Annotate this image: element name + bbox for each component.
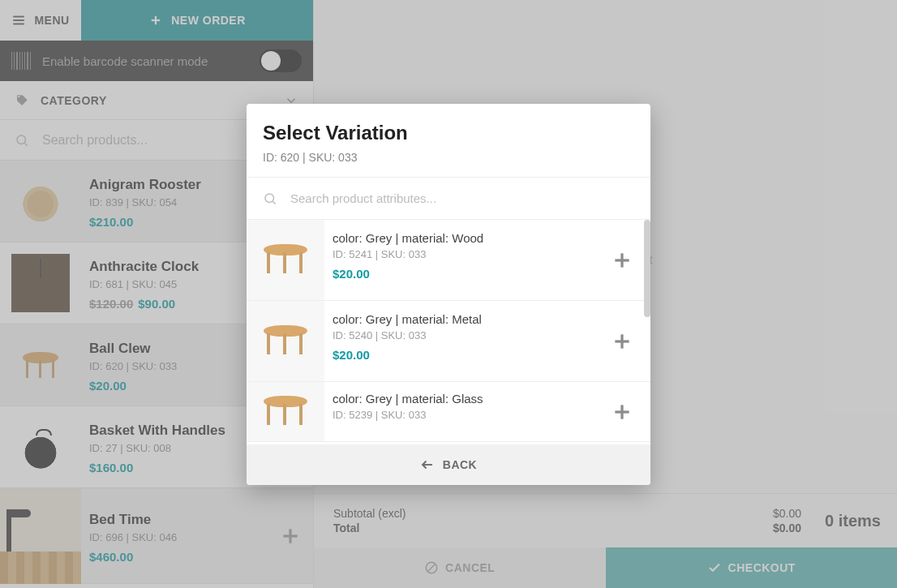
variation-info: color: Grey | material: Metal ID: 5240 |… <box>324 301 594 381</box>
search-icon <box>263 191 277 206</box>
variation-meta: ID: 5239 | SKU: 033 <box>333 409 586 421</box>
svg-point-11 <box>265 194 274 203</box>
add-variation-button[interactable] <box>594 220 650 300</box>
modal-back-button[interactable]: BACK <box>247 444 650 485</box>
add-variation-button[interactable] <box>594 382 650 441</box>
modal-search-row <box>247 178 650 220</box>
variation-thumb <box>247 382 324 441</box>
back-label: BACK <box>443 458 477 471</box>
variation-row[interactable]: color: Grey | material: Glass ID: 5239 |… <box>247 382 650 442</box>
variation-modal: Select Variation ID: 620 | SKU: 033 colo… <box>247 104 650 485</box>
variation-thumb <box>247 301 324 381</box>
variation-info: color: Grey | material: Wood ID: 5241 | … <box>324 220 594 300</box>
modal-subtitle: ID: 620 | SKU: 033 <box>263 151 634 164</box>
arrow-left-icon <box>420 457 435 472</box>
svg-line-12 <box>273 201 275 204</box>
variation-info: color: Grey | material: Glass ID: 5239 |… <box>324 382 594 441</box>
plus-icon <box>612 250 633 271</box>
variation-row[interactable]: color: Grey | material: Metal ID: 5240 |… <box>247 301 650 382</box>
plus-icon <box>612 401 633 423</box>
scrollbar[interactable] <box>644 220 650 317</box>
add-variation-button[interactable] <box>594 301 650 381</box>
variation-price: $20.00 <box>333 348 586 362</box>
plus-icon <box>612 331 633 352</box>
variation-attrs: color: Grey | material: Wood <box>333 231 586 245</box>
variation-attrs: color: Grey | material: Metal <box>333 312 586 326</box>
modal-title: Select Variation <box>263 122 634 144</box>
modal-header: Select Variation ID: 620 | SKU: 033 <box>247 104 650 178</box>
variation-list[interactable]: color: Grey | material: Wood ID: 5241 | … <box>247 220 650 444</box>
variation-price: $20.00 <box>333 267 586 281</box>
modal-search-input[interactable] <box>289 191 634 206</box>
variation-row[interactable]: color: Grey | material: Wood ID: 5241 | … <box>247 220 650 301</box>
variation-meta: ID: 5241 | SKU: 033 <box>333 248 586 260</box>
variation-attrs: color: Grey | material: Glass <box>333 392 586 406</box>
variation-thumb <box>247 220 324 300</box>
app-root: MENU NEW ORDER Enable barcode scanner mo… <box>0 0 897 588</box>
variation-meta: ID: 5240 | SKU: 033 <box>333 329 586 341</box>
